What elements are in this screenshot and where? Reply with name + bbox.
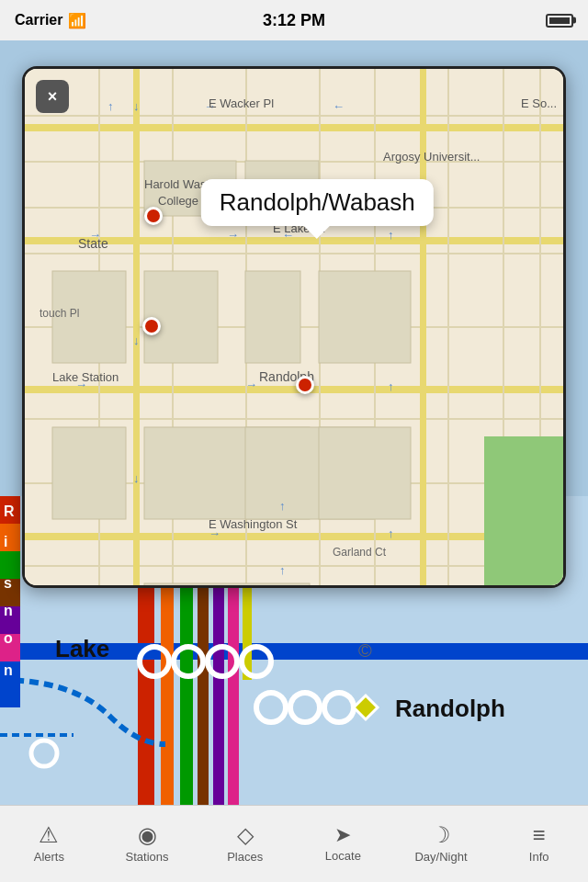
svg-rect-64	[245, 271, 300, 363]
svg-text:o: o	[4, 630, 13, 646]
svg-text:Randolph: Randolph	[395, 695, 505, 722]
svg-text:↓: ↓	[133, 471, 140, 485]
svg-text:↓: ↓	[133, 334, 140, 347]
info-label: Info	[529, 850, 549, 864]
svg-text:Garland Ct: Garland Ct	[333, 546, 387, 559]
carrier-text: Carrier	[15, 12, 62, 28]
places-icon: ◇	[237, 824, 254, 846]
map-marker-1[interactable]	[144, 207, 163, 225]
svg-text:n: n	[4, 662, 13, 678]
close-icon: ×	[48, 87, 58, 107]
svg-text:E Washington St: E Washington St	[209, 517, 298, 531]
svg-rect-45	[25, 124, 563, 131]
callout-label: Randolph/Wabash	[220, 188, 415, 216]
map-marker-2[interactable]	[142, 317, 161, 335]
svg-text:↑: ↑	[279, 563, 286, 577]
svg-text:E Wacker Pl: E Wacker Pl	[209, 96, 274, 110]
svg-rect-57	[133, 69, 140, 585]
locate-icon: ➤	[334, 825, 351, 845]
status-time: 3:12 PM	[263, 11, 325, 30]
svg-text:s: s	[4, 575, 12, 591]
status-bar: Carrier 📶 3:12 PM	[0, 0, 588, 40]
alerts-label: Alerts	[34, 850, 64, 864]
svg-text:State: State	[78, 236, 108, 251]
svg-text:©: ©	[358, 640, 372, 661]
daynight-label: Day/Night	[414, 850, 467, 864]
svg-rect-58	[420, 69, 426, 585]
stations-label: Stations	[126, 850, 169, 864]
svg-text:i: i	[4, 534, 7, 549]
daynight-tab[interactable]: ☽ Day/Night	[392, 806, 491, 882]
svg-text:↑: ↑	[107, 99, 114, 113]
wifi-icon: 📶	[68, 12, 86, 29]
map-canvas[interactable]: ↑ ↓ → ← ↓ ↓ → ← → ↑ → → ↑ → ↑ ↑ ↑ E Wack…	[25, 69, 563, 585]
svg-rect-68	[144, 583, 310, 585]
svg-text:↑: ↑	[388, 228, 394, 242]
svg-text:touch Pl: touch Pl	[40, 307, 79, 320]
svg-rect-66	[52, 427, 126, 519]
stations-icon: ◉	[138, 824, 157, 846]
battery-icon	[546, 14, 573, 28]
daynight-icon: ☽	[431, 824, 451, 846]
locate-tab[interactable]: ➤ Locate	[294, 806, 392, 882]
svg-rect-59	[484, 436, 563, 585]
map-popup: ×	[22, 66, 566, 588]
svg-rect-39	[25, 253, 563, 254]
stations-tab[interactable]: ◉ Stations	[98, 806, 197, 882]
info-tab[interactable]: ≡ Info	[490, 806, 588, 882]
svg-rect-54	[447, 69, 449, 585]
info-icon: ≡	[533, 824, 546, 846]
battery-area	[546, 14, 573, 28]
svg-rect-65	[319, 271, 411, 363]
svg-rect-36	[25, 115, 563, 117]
main-content: © Lake Randolph THE R i s n o n	[0, 40, 588, 845]
map-marker-3[interactable]	[296, 376, 314, 394]
alerts-tab[interactable]: ⚠ Alerts	[0, 806, 98, 882]
station-callout[interactable]: Randolph/Wabash	[201, 179, 434, 226]
svg-text:Lake: Lake	[55, 635, 109, 662]
places-label: Places	[227, 850, 263, 864]
svg-text:→: →	[227, 228, 239, 242]
svg-text:College: College	[158, 194, 198, 208]
locate-label: Locate	[325, 849, 361, 863]
svg-text:←: ←	[333, 99, 345, 113]
svg-text:↑: ↑	[388, 379, 394, 393]
carrier-label: Carrier 📶	[15, 12, 86, 29]
alerts-icon: ⚠	[39, 824, 59, 846]
svg-rect-43	[25, 565, 563, 567]
svg-rect-47	[25, 386, 563, 393]
svg-text:↑: ↑	[279, 499, 286, 513]
svg-text:→: →	[245, 378, 257, 391]
svg-rect-70	[319, 427, 411, 519]
close-button[interactable]: ×	[36, 80, 69, 113]
svg-text:R: R	[4, 503, 15, 519]
svg-text:↑: ↑	[388, 526, 394, 540]
svg-text:n: n	[4, 603, 13, 618]
svg-text:Argosy Universit...: Argosy Universit...	[383, 150, 480, 164]
svg-text:↓: ↓	[133, 99, 140, 113]
svg-text:E So...: E So...	[521, 96, 557, 110]
svg-rect-48	[25, 533, 563, 540]
places-tab[interactable]: ◇ Places	[196, 806, 294, 882]
svg-rect-41	[25, 418, 563, 420]
svg-text:Lake Station: Lake Station	[52, 370, 119, 384]
tab-bar: ⚠ Alerts ◉ Stations ◇ Places ➤ Locate ☽ …	[0, 805, 588, 882]
